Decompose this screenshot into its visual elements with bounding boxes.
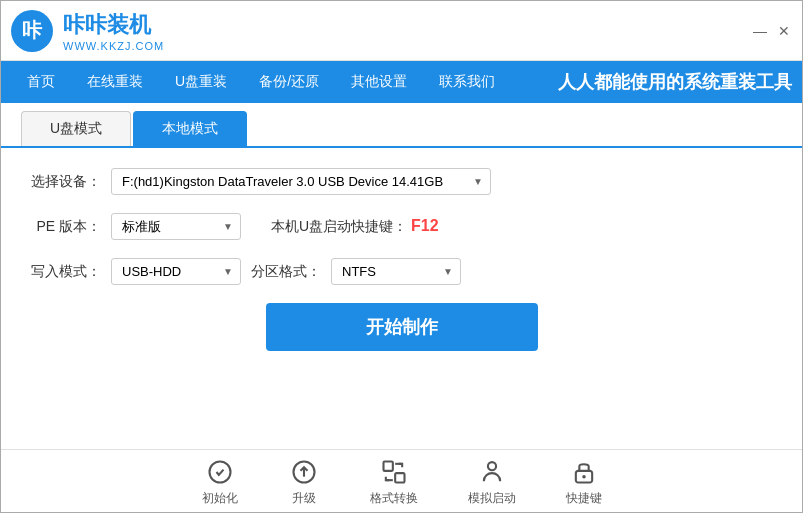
device-select[interactable]: F:(hd1)Kingston DataTraveler 3.0 USB Dev… — [111, 168, 491, 195]
write-select[interactable]: USB-HDD USB-ZIP USB-FDD — [111, 258, 241, 285]
bottom-icon-format-convert[interactable]: 格式转换 — [370, 458, 418, 507]
svg-rect-4 — [395, 473, 404, 482]
bottom-icon-upgrade[interactable]: 升级 — [288, 458, 320, 507]
format-convert-label: 格式转换 — [370, 490, 418, 507]
title-controls: — ✕ — [752, 23, 792, 39]
check-circle-icon — [204, 458, 236, 486]
nav-items: 首页 在线重装 U盘重装 备份/还原 其他设置 联系我们 — [11, 61, 511, 103]
nav-usb-reinstall[interactable]: U盘重装 — [159, 61, 243, 103]
pe-label: PE 版本： — [31, 218, 101, 236]
partition-label: 分区格式： — [251, 263, 321, 281]
bottom-icon-simulate-boot[interactable]: 模拟启动 — [468, 458, 516, 507]
app-logo: 咔 — [11, 10, 53, 52]
partition-select-wrapper: NTFS FAT32 exFAT ▼ — [331, 258, 461, 285]
shortcut-label: 本机U盘启动快捷键： F12 — [271, 217, 439, 236]
nav-online-reinstall[interactable]: 在线重装 — [71, 61, 159, 103]
svg-rect-3 — [383, 462, 392, 471]
bottom-icons: 初始化 升级 — [1, 449, 802, 512]
pe-select[interactable]: 标准版 高级版 — [111, 213, 241, 240]
main-window: 咔 咔咔装机 WWW.KKZJ.COM — ✕ 首页 在线重装 U盘重装 备份/… — [0, 0, 803, 513]
title-bar: 咔 咔咔装机 WWW.KKZJ.COM — ✕ — [1, 1, 802, 61]
device-select-wrapper: F:(hd1)Kingston DataTraveler 3.0 USB Dev… — [111, 168, 491, 195]
nav-home[interactable]: 首页 — [11, 61, 71, 103]
svg-point-5 — [487, 462, 495, 470]
pe-select-wrapper: 标准版 高级版 ▼ — [111, 213, 241, 240]
write-select-wrapper: USB-HDD USB-ZIP USB-FDD ▼ — [111, 258, 241, 285]
nav-other-settings[interactable]: 其他设置 — [335, 61, 423, 103]
tabs-row: U盘模式 本地模式 — [1, 111, 802, 148]
write-row: 写入模式： USB-HDD USB-ZIP USB-FDD ▼ 分区格式： NT… — [31, 258, 772, 285]
svg-point-7 — [582, 475, 586, 479]
simulate-boot-label: 模拟启动 — [468, 490, 516, 507]
nav-tagline: 人人都能使用的系统重装工具 — [558, 70, 792, 94]
nav-contact[interactable]: 联系我们 — [423, 61, 511, 103]
app-url: WWW.KKZJ.COM — [63, 40, 164, 52]
pe-row: PE 版本： 标准版 高级版 ▼ 本机U盘启动快捷键： F12 — [31, 213, 772, 240]
initialize-label: 初始化 — [202, 490, 238, 507]
app-title-block: 咔咔装机 WWW.KKZJ.COM — [63, 10, 164, 52]
bottom-icon-shortcut[interactable]: 快捷键 — [566, 458, 602, 507]
tab-usb-mode[interactable]: U盘模式 — [21, 111, 131, 146]
nav-backup-restore[interactable]: 备份/还原 — [243, 61, 335, 103]
convert-icon — [378, 458, 410, 486]
minimize-button[interactable]: — — [752, 23, 768, 39]
shortcut-key-label: 快捷键 — [566, 490, 602, 507]
partition-select[interactable]: NTFS FAT32 exFAT — [331, 258, 461, 285]
lock-icon — [568, 458, 600, 486]
device-row: 选择设备： F:(hd1)Kingston DataTraveler 3.0 U… — [31, 168, 772, 195]
shortcut-key: F12 — [411, 217, 439, 234]
upload-icon — [288, 458, 320, 486]
write-label: 写入模式： — [31, 263, 101, 281]
person-icon — [476, 458, 508, 486]
upgrade-label: 升级 — [292, 490, 316, 507]
device-label: 选择设备： — [31, 173, 101, 191]
close-button[interactable]: ✕ — [776, 23, 792, 39]
svg-point-0 — [209, 462, 230, 483]
content-area: 选择设备： F:(hd1)Kingston DataTraveler 3.0 U… — [1, 148, 802, 449]
bottom-icon-initialize[interactable]: 初始化 — [202, 458, 238, 507]
tab-local-mode[interactable]: 本地模式 — [133, 111, 247, 146]
start-button[interactable]: 开始制作 — [266, 303, 538, 351]
title-bar-left: 咔 咔咔装机 WWW.KKZJ.COM — [11, 10, 164, 52]
app-title: 咔咔装机 — [63, 10, 164, 40]
nav-bar: 首页 在线重装 U盘重装 备份/还原 其他设置 联系我们 人人都能使用的系统重装… — [1, 61, 802, 103]
